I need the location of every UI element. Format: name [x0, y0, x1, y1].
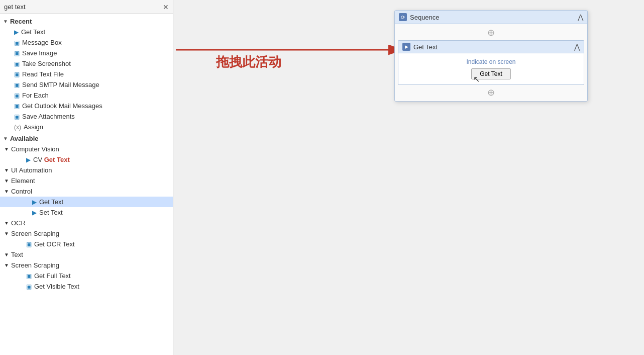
sequence-icon: ⟳ [399, 13, 407, 21]
ocr-screen-scraping-label: Screen Scraping [11, 230, 59, 237]
ui-automation-group-header[interactable]: ▼ UI Automation [0, 165, 173, 175]
control-group-header[interactable]: ▼ Control [0, 186, 173, 197]
available-section: ▼ Available ▼ Computer Vision ▶ CV Get T… [0, 133, 173, 292]
take-screenshot-icon: ▣ [14, 60, 20, 67]
drag-annotation: 拖拽此活动 [216, 53, 281, 71]
add-top-container: ⊕ [398, 27, 584, 38]
sequence-collapse-icon[interactable]: ⋀ [578, 13, 583, 21]
get-text-card-header: ▶ Get Text ⋀ [398, 41, 584, 53]
sequence-header: ⟳ Sequence ⋀ [395, 11, 587, 24]
available-section-header[interactable]: ▼ Available [0, 133, 173, 144]
left-panel: get text ✕ ▼ Recent ▶ Get Text ▣ Message… [0, 0, 173, 355]
get-ocr-text[interactable]: ▣ Get OCR Text [0, 239, 173, 249]
recent-section: ▼ Recent ▶ Get Text ▣ Message Box ▣ Save… [0, 16, 173, 132]
element-label: Element [11, 177, 35, 185]
recent-for-each[interactable]: ▣ For Each [0, 90, 173, 101]
sequence-body: ⊕ ▶ Get Text ⋀ Indicate on screen Get Te… [395, 24, 587, 101]
panel-header: get text ✕ [0, 0, 173, 14]
get-text-card-title: Get Text [413, 43, 438, 51]
recent-save-image[interactable]: ▣ Save Image [0, 48, 173, 58]
add-bottom-container: ⊕ [398, 87, 584, 98]
recent-message-box[interactable]: ▣ Message Box [0, 37, 173, 48]
recent-save-image-label: Save Image [22, 49, 57, 57]
recent-get-outlook-label: Get Outlook Mail Messages [22, 102, 102, 110]
recent-get-outlook[interactable]: ▣ Get Outlook Mail Messages [0, 101, 173, 111]
recent-message-box-label: Message Box [22, 39, 62, 46]
get-full-text-label: Get Full Text [34, 272, 71, 280]
text-screen-scraping-header[interactable]: ▼ Screen Scraping [0, 260, 173, 271]
available-arrow-icon: ▼ [3, 136, 8, 141]
get-text-control-label: Get Text [39, 198, 63, 206]
ui-automation-label: UI Automation [11, 166, 52, 174]
get-text-body: Indicate on screen Get Text [398, 53, 584, 84]
add-top-icon[interactable]: ⊕ [487, 27, 495, 38]
get-visible-text[interactable]: ▣ Get Visible Text [0, 281, 173, 292]
save-image-icon: ▣ [14, 50, 20, 57]
ocr-arrow-icon: ▼ [4, 220, 9, 226]
sequence-header-left: ⟳ Sequence [399, 13, 440, 21]
element-arrow-icon: ▼ [4, 178, 9, 184]
ocr-group-header[interactable]: ▼ OCR [0, 218, 173, 228]
recent-save-attachments[interactable]: ▣ Save Attachments [0, 111, 173, 122]
recent-section-header[interactable]: ▼ Recent [0, 16, 173, 27]
recent-read-text-file[interactable]: ▣ Read Text File [0, 69, 173, 79]
cv-arrow-icon: ▼ [4, 146, 9, 152]
get-text-header-left: ▶ Get Text [402, 43, 438, 51]
get-text-icon: ▶ [14, 29, 19, 36]
for-each-icon: ▣ [14, 92, 20, 99]
recent-assign-label: Assign [24, 123, 43, 131]
get-text-card-icon: ▶ [402, 43, 410, 51]
recent-send-smtp-label: Send SMTP Mail Message [22, 81, 99, 88]
recent-send-smtp[interactable]: ▣ Send SMTP Mail Message [0, 79, 173, 90]
recent-get-text-label: Get Text [21, 28, 45, 36]
ocr-screen-scraping-header[interactable]: ▼ Screen Scraping [0, 228, 173, 239]
get-visible-text-icon: ▣ [26, 283, 32, 290]
set-text-control-icon: ▶ [32, 209, 37, 216]
ui-auto-arrow-icon: ▼ [4, 167, 9, 173]
read-text-file-icon: ▣ [14, 71, 20, 78]
cv-get-text-icon: ▶ [26, 156, 31, 163]
recent-take-screenshot[interactable]: ▣ Take Screenshot [0, 58, 173, 69]
get-visible-text-label: Get Visible Text [34, 283, 79, 290]
get-text-card: ▶ Get Text ⋀ Indicate on screen Get Text [398, 40, 584, 85]
text-screen-scraping-label: Screen Scraping [11, 261, 59, 269]
recent-for-each-label: For Each [22, 92, 49, 99]
control-arrow-icon: ▼ [4, 189, 9, 194]
get-full-text-icon: ▣ [26, 273, 32, 280]
text-arrow-icon: ▼ [4, 252, 9, 257]
cv-get-text[interactable]: ▶ CV Get Text [0, 154, 173, 165]
recent-save-attachments-label: Save Attachments [22, 113, 75, 120]
sequence-panel: ⟳ Sequence ⋀ ⊕ ▶ Get Text ⋀ Indicate on [394, 10, 588, 102]
get-full-text[interactable]: ▣ Get Full Text [0, 271, 173, 281]
get-outlook-icon: ▣ [14, 103, 20, 110]
get-text-collapse-icon[interactable]: ⋀ [574, 43, 580, 51]
text-group-header[interactable]: ▼ Text [0, 249, 173, 260]
get-text-button[interactable]: Get Text [471, 68, 510, 79]
available-label: Available [10, 135, 39, 142]
send-smtp-icon: ▣ [14, 81, 20, 88]
main-area: 拖拽此活动 点击此处 ⟳ Sequence ⋀ ⊕ ▶ Get Text [173, 0, 644, 355]
recent-read-text-file-label: Read Text File [22, 70, 64, 78]
text-label: Text [11, 251, 23, 258]
text-ss-arrow-icon: ▼ [4, 262, 9, 268]
computer-vision-label: Computer Vision [11, 145, 59, 153]
control-label: Control [11, 188, 32, 195]
close-button[interactable]: ✕ [163, 4, 169, 11]
message-box-icon: ▣ [14, 39, 20, 46]
recent-get-text[interactable]: ▶ Get Text [0, 27, 173, 37]
activity-tree: ▼ Recent ▶ Get Text ▣ Message Box ▣ Save… [0, 14, 173, 355]
computer-vision-group-header[interactable]: ▼ Computer Vision [0, 144, 173, 154]
get-text-item[interactable]: ▶ Get Text [0, 197, 173, 207]
recent-take-screenshot-label: Take Screenshot [22, 60, 71, 67]
recent-assign[interactable]: (x) Assign [0, 122, 173, 132]
get-ocr-text-icon: ▣ [26, 241, 32, 248]
indicate-on-screen-link[interactable]: Indicate on screen [466, 58, 515, 65]
element-group-header[interactable]: ▼ Element [0, 175, 173, 186]
add-bottom-icon[interactable]: ⊕ [487, 87, 495, 98]
ocr-ss-arrow-icon: ▼ [4, 231, 9, 236]
set-text-control-label: Set Text [39, 209, 63, 216]
cv-get-text-label: CV Get Text [33, 156, 70, 163]
recent-arrow-icon: ▼ [3, 19, 8, 24]
set-text-item[interactable]: ▶ Set Text [0, 207, 173, 218]
ocr-label: OCR [11, 219, 26, 227]
